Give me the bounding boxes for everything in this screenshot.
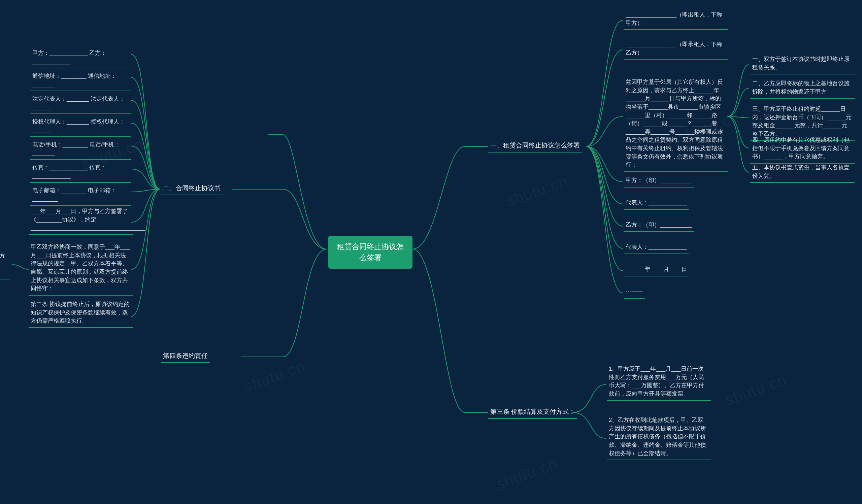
- s2-f6: 传真：____________ 传真：____________: [30, 162, 131, 183]
- s1-date: ______年____月____日: [624, 264, 689, 276]
- section4-title: 第四条违约责任: [161, 350, 210, 363]
- s1-item1: 一、双方于签订本协议书时起即终止原租赁关系。: [750, 54, 854, 75]
- s1-party-a: ________________（即出租人，下称甲方）: [624, 10, 728, 30]
- s2-f7: 电子邮箱：________ 电子邮箱：________: [30, 185, 131, 206]
- s1-preface: 兹因甲方基于邻居（其它所有权人）反对之原因，请求与乙方终止______年____…: [624, 77, 728, 172]
- s1-party-b: ________________（即承租人，下称乙方）: [624, 39, 728, 59]
- s1-sign-b: 乙方：（印）__________: [624, 220, 694, 232]
- s2-clause1: 第一条甲、乙双方同意，提前终止双方于___年___月___日签订的《______…: [0, 251, 10, 279]
- s2-f4: 授权代理人：_______ 授权代理人：______: [30, 117, 131, 137]
- s2-f1: 甲方：____________ 乙方：____________: [30, 48, 131, 68]
- s3-p2: 2、乙方在收到此笔款项后，甲、乙双方因协议存续期间及提前终止本协议所产生的所有债…: [607, 415, 711, 460]
- s2-f3: 法定代表人：_______ 法定代表人：______: [30, 94, 131, 114]
- s1-rep-a: 代表人：____________: [624, 197, 689, 210]
- s1-dashes: ---------: [624, 286, 645, 299]
- s1-item2: 二、乙方应即将标的物上之基地台设施拆除，并将标的物返还于甲方: [750, 78, 854, 98]
- section2-title: 二、合同终止协议书: [161, 183, 223, 195]
- s2-clause2: 第二条 协议提前终止后，原协议约定的知识产权保护及保密条款继续有效，双方仍需严格…: [29, 299, 133, 328]
- s2-signed: ___年___月___日，甲方与乙方签署了《________协议》，约定____…: [29, 206, 133, 235]
- watermark: shutu.cn: [722, 370, 789, 409]
- watermark: shutu.cn: [504, 171, 570, 210]
- s2-f2: 通信地址：________ 通信地址：_______: [30, 71, 131, 91]
- watermark: shutu.cn: [494, 454, 560, 493]
- section3-title: 第三条 价款结算及支付方式：: [488, 406, 577, 419]
- root-node: 租赁合同终止协议怎么签署: [328, 236, 413, 269]
- s2-f5: 电话/手机：________ 电话/手机：_______: [30, 140, 131, 160]
- s1-item5: 五、本协议书壹式贰份，当事人各执壹份为凭。: [750, 162, 854, 183]
- watermark: shutu.cn: [241, 357, 308, 396]
- s3-p1: 1、甲方应于___年___月___日前一次性向乙方支付服务费用___万元（人民币…: [607, 363, 711, 401]
- s1-item4: 四、原租约中若有其它优惠或权利（包括但不限于手机兑换卷及回馈方案同意书）____…: [750, 135, 854, 164]
- s2-clause-main: 甲乙双方经协商一致，同意于___年___月___日提前终止本协议，根据相关法律法…: [29, 242, 133, 296]
- s1-sign-a: 甲方：（印）__________: [624, 175, 694, 187]
- s1-rep-b: 代表人：____________: [624, 242, 689, 254]
- section1-title: 一、租赁合同终止协议怎么签署: [488, 140, 582, 152]
